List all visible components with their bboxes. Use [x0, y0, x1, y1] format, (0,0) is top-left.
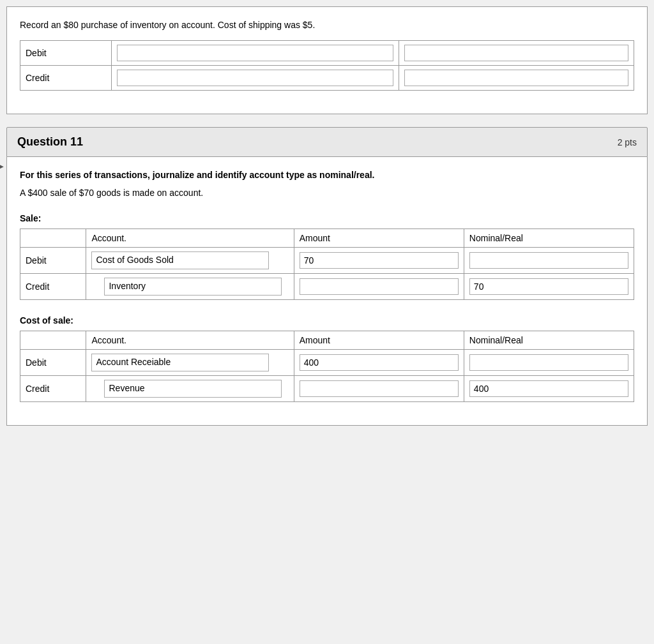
sale-debit-row: Debit Cost of Goods Sold: [20, 248, 634, 274]
cost-debit-label: Debit: [20, 350, 86, 376]
cost-credit-account-box: Revenue: [104, 380, 281, 398]
sale-debit-account-box: Cost of Goods Sold: [91, 251, 268, 269]
cost-credit-amount-input[interactable]: [300, 380, 459, 397]
sale-table: Account. Amount Nominal/Real Debit Cost …: [20, 228, 634, 300]
cost-col-empty: [20, 331, 86, 350]
credit-amount-cell[interactable]: [399, 66, 634, 91]
top-journal-table: Debit Credit: [20, 40, 634, 91]
col-empty: [20, 229, 86, 248]
cost-credit-row: Credit Revenue: [20, 376, 634, 402]
sale-debit-nominal-input[interactable]: [469, 252, 628, 269]
debit-account-cell[interactable]: [112, 41, 399, 66]
sale-section: Sale: Account. Amount Nominal/Real Debit: [20, 213, 634, 300]
cost-header-row: Account. Amount Nominal/Real: [20, 331, 634, 350]
col-nominal-header: Nominal/Real: [464, 229, 634, 248]
debit-amount-input[interactable]: [404, 45, 628, 61]
cost-debit-amount-input[interactable]: [300, 354, 459, 371]
top-section: Record an $80 purchase of inventory on a…: [6, 6, 648, 114]
sale-credit-account-cell: Inventory: [86, 274, 294, 300]
debit-account-input[interactable]: [117, 45, 393, 61]
col-amount-header: Amount: [294, 229, 464, 248]
credit-account-cell[interactable]: [112, 66, 399, 91]
cost-debit-amount-cell[interactable]: [294, 350, 464, 376]
sale-credit-nominal-cell[interactable]: [464, 274, 634, 300]
cost-debit-account-cell: Account Receiable: [86, 350, 294, 376]
sale-debit-amount-cell[interactable]: [294, 248, 464, 274]
cost-debit-nominal-cell[interactable]: [464, 350, 634, 376]
sale-debit-amount-input[interactable]: [300, 252, 459, 269]
table-row: Credit: [20, 66, 634, 91]
question-subdesc: A $400 sale of $70 goods is made on acco…: [20, 188, 634, 198]
question11-wrapper: ▶ Question 11 2 pts For this series of t…: [6, 127, 648, 426]
cost-of-sale-section: Cost of sale: Account. Amount Nominal/Re…: [20, 315, 634, 402]
question-description: For this series of transactions, journal…: [20, 170, 634, 180]
sale-credit-row: Credit Inventory: [20, 274, 634, 300]
table-header-row: Account. Amount Nominal/Real: [20, 229, 634, 248]
cost-col-nominal-header: Nominal/Real: [464, 331, 634, 350]
sale-debit-label: Debit: [20, 248, 86, 274]
arrow-icon: ▶: [0, 159, 4, 173]
cost-of-sale-label: Cost of sale:: [20, 315, 634, 326]
cost-table: Account. Amount Nominal/Real Debit Accou…: [20, 331, 634, 402]
sale-credit-nominal-input[interactable]: [469, 278, 628, 295]
cost-col-amount-header: Amount: [294, 331, 464, 350]
cost-debit-nominal-input[interactable]: [469, 354, 628, 371]
sale-credit-amount-cell[interactable]: [294, 274, 464, 300]
sale-credit-amount-input[interactable]: [300, 278, 459, 295]
cost-debit-account-box: Account Receiable: [91, 354, 268, 371]
cost-col-account-header: Account.: [86, 331, 294, 350]
credit-account-input[interactable]: [117, 70, 393, 86]
credit-amount-input[interactable]: [404, 70, 628, 86]
sale-credit-account-box: Inventory: [104, 278, 281, 296]
sale-credit-label: Credit: [20, 274, 86, 300]
question11-container: Question 11 2 pts For this series of tra…: [6, 127, 648, 426]
sale-debit-account-cell: Cost of Goods Sold: [86, 248, 294, 274]
credit-label: Credit: [20, 66, 112, 91]
cost-credit-amount-cell[interactable]: [294, 376, 464, 402]
question-header: Question 11 2 pts: [6, 127, 648, 157]
cost-credit-nominal-input[interactable]: [469, 380, 628, 397]
cost-credit-account-cell: Revenue: [86, 376, 294, 402]
table-row: Debit: [20, 41, 634, 66]
cost-credit-nominal-cell[interactable]: [464, 376, 634, 402]
col-account-header: Account.: [86, 229, 294, 248]
cost-debit-row: Debit Account Receiable: [20, 350, 634, 376]
sale-label: Sale:: [20, 213, 634, 223]
question-title: Question 11: [17, 135, 83, 149]
debit-label: Debit: [20, 41, 112, 66]
top-description: Record an $80 purchase of inventory on a…: [20, 20, 634, 30]
question-body: For this series of transactions, journal…: [6, 157, 648, 426]
sale-debit-nominal-cell[interactable]: [464, 248, 634, 274]
question-pts: 2 pts: [618, 137, 637, 147]
cost-credit-label: Credit: [20, 376, 86, 402]
debit-amount-cell[interactable]: [399, 41, 634, 66]
